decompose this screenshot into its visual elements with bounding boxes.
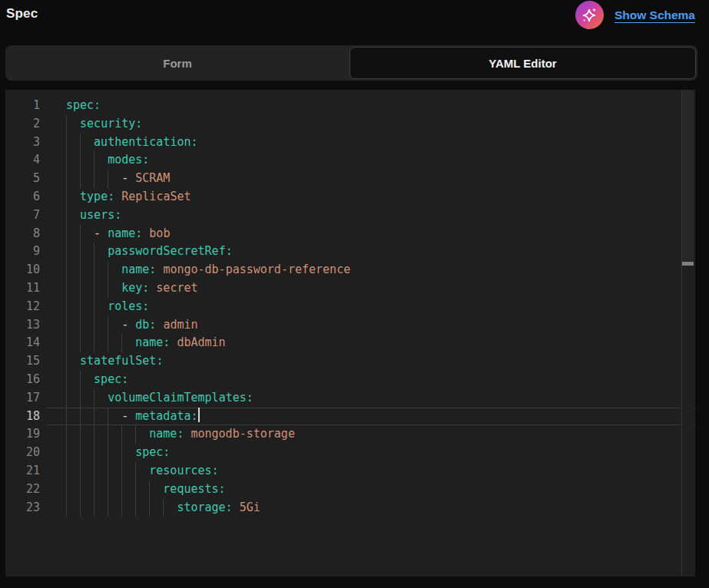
- line-number: 10: [5, 261, 40, 279]
- yaml-dash: -: [121, 171, 135, 185]
- indent-guide: [108, 334, 121, 352]
- yaml-key: passwordSecretRef:: [108, 244, 233, 258]
- yaml-key: db:: [135, 318, 156, 332]
- yaml-key: name:: [149, 427, 184, 441]
- indent-guide: [135, 499, 149, 517]
- editor-line-17[interactable]: 17volumeClaimTemplates:: [5, 389, 695, 408]
- indent-guide: [80, 316, 94, 335]
- indent-guide: [66, 261, 80, 279]
- indent-guide: [108, 408, 121, 426]
- indent-guide: [108, 444, 121, 462]
- code-text: users:: [46, 206, 695, 225]
- indent-guide: [149, 481, 163, 499]
- code-text: - name: bob: [46, 225, 695, 243]
- indent-guide: [121, 481, 135, 499]
- editor-line-11[interactable]: 11key: secret: [5, 279, 695, 298]
- scrollbar-slider[interactable]: [682, 90, 694, 262]
- indent-guide: [80, 481, 94, 499]
- editor-line-14[interactable]: 14name: dbAdmin: [5, 334, 695, 352]
- indent-guide: [121, 462, 135, 481]
- page-title: Spec: [6, 6, 38, 21]
- code-text: key: secret: [46, 279, 695, 298]
- editor-line-1[interactable]: 1spec:: [5, 97, 695, 115]
- indent-guide: [80, 279, 94, 298]
- indent-guide: [66, 115, 80, 134]
- line-number: 13: [5, 316, 40, 335]
- yaml-key: modes:: [108, 153, 149, 167]
- code-text: volumeClaimTemplates:: [46, 389, 695, 408]
- editor-line-23[interactable]: 23storage: 5Gi: [5, 499, 695, 517]
- indent-guide: [66, 298, 80, 316]
- yaml-value: 5Gi: [240, 500, 260, 514]
- indent-guide: [135, 481, 149, 499]
- indent-guide: [80, 334, 94, 352]
- editor-line-2[interactable]: 2security:: [5, 115, 695, 134]
- editor-line-15[interactable]: 15statefulSet:: [5, 352, 695, 371]
- indent-guide: [66, 225, 80, 243]
- editor-line-8[interactable]: 8- name: bob: [5, 225, 695, 243]
- indent-guide: [80, 408, 94, 426]
- schema-controls: Show Schema: [575, 1, 695, 29]
- editor-line-7[interactable]: 7users:: [5, 206, 695, 225]
- editor-line-5[interactable]: 5- SCRAM: [5, 170, 695, 188]
- indent-guide: [149, 499, 163, 517]
- indent-guide: [66, 206, 80, 225]
- tab-yaml-editor[interactable]: YAML Editor: [350, 47, 696, 79]
- editor-line-3[interactable]: 3authentication:: [5, 134, 695, 152]
- editor-scrollbar[interactable]: [681, 90, 694, 576]
- line-number: 4: [5, 151, 40, 170]
- editor-line-19[interactable]: 19name: mongodb-storage: [5, 425, 695, 444]
- editor-line-12[interactable]: 12roles:: [5, 298, 695, 316]
- yaml-value: mongodb-storage: [191, 427, 294, 441]
- indent-guide: [80, 243, 94, 261]
- view-mode-tabbar: Form YAML Editor: [5, 45, 697, 81]
- editor-line-18[interactable]: 18- metadata:: [5, 408, 695, 426]
- editor-line-9[interactable]: 9passwordSecretRef:: [5, 243, 695, 261]
- indent-guide: [66, 334, 80, 352]
- yaml-key: volumeClaimTemplates:: [108, 391, 253, 405]
- indent-guide: [66, 316, 80, 335]
- yaml-key: name:: [135, 335, 170, 349]
- code-text: passwordSecretRef:: [46, 243, 695, 261]
- indent-guide: [108, 316, 121, 335]
- yaml-key: statefulSet:: [80, 354, 163, 368]
- show-schema-link[interactable]: Show Schema: [615, 8, 695, 22]
- yaml-editor[interactable]: 1spec:2security:3authentication:4modes:5…: [5, 90, 695, 576]
- yaml-value: ReplicaSet: [121, 190, 191, 203]
- editor-line-22[interactable]: 22requests:: [5, 481, 695, 499]
- code-text: - metadata:: [46, 408, 695, 426]
- yaml-value: SCRAM: [135, 171, 170, 185]
- editor-line-6[interactable]: 6type: ReplicaSet: [5, 188, 695, 206]
- line-number: 1: [5, 97, 40, 115]
- line-number: 20: [5, 444, 40, 462]
- tab-form[interactable]: Form: [5, 45, 350, 81]
- indent-guide: [80, 298, 94, 316]
- indent-guide: [121, 444, 135, 462]
- indent-guide: [94, 151, 108, 170]
- line-number: 6: [5, 188, 40, 206]
- editor-line-16[interactable]: 16spec:: [5, 371, 695, 389]
- indent-guide: [135, 425, 149, 444]
- yaml-value: bob: [149, 226, 170, 240]
- code-text: spec:: [46, 97, 695, 115]
- indent-guide: [94, 481, 108, 499]
- indent-guide: [66, 352, 80, 371]
- indent-guide: [80, 389, 94, 408]
- indent-guide: [80, 134, 94, 152]
- sparkle-icon[interactable]: [575, 1, 604, 29]
- indent-guide: [108, 261, 121, 279]
- indent-guide: [108, 170, 121, 188]
- editor-line-21[interactable]: 21resources:: [5, 462, 695, 481]
- yaml-key: security:: [80, 117, 142, 130]
- editor-line-4[interactable]: 4modes:: [5, 151, 695, 170]
- editor-line-20[interactable]: 20spec:: [5, 444, 695, 462]
- line-number: 8: [5, 225, 40, 243]
- editor-line-13[interactable]: 13- db: admin: [5, 316, 695, 335]
- yaml-key: requests:: [163, 482, 225, 496]
- indent-guide: [66, 481, 80, 499]
- indent-guide: [66, 188, 80, 206]
- indent-guide: [94, 408, 108, 426]
- editor-line-10[interactable]: 10name: mongo-db-password-reference: [5, 261, 695, 279]
- indent-guide: [163, 499, 177, 517]
- indent-guide: [108, 481, 121, 499]
